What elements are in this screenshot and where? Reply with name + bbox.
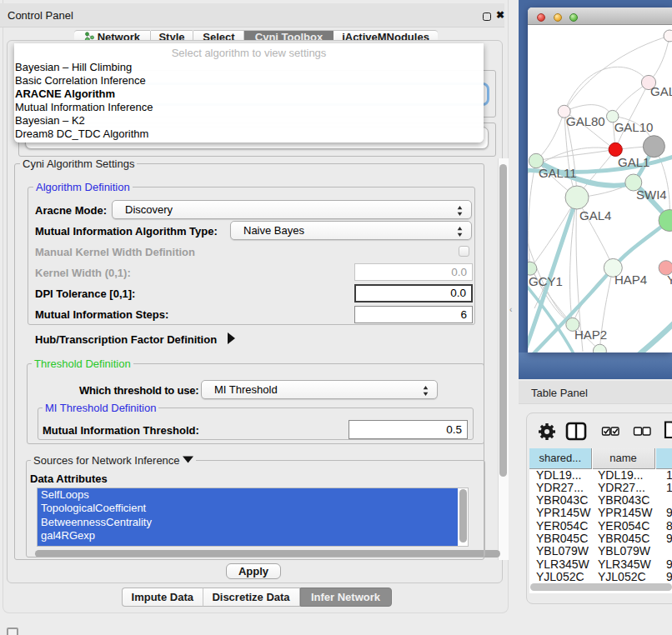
- svg-text:GAL2: GAL2: [650, 84, 672, 98]
- svg-text:GAL11: GAL11: [539, 166, 577, 180]
- svg-text:GAL10: GAL10: [614, 120, 654, 134]
- svg-text:GCY1: GCY1: [529, 274, 563, 288]
- svg-text:HAP4: HAP4: [614, 272, 647, 287]
- svg-text:HAP2: HAP2: [574, 328, 607, 342]
- svg-text:GAL4: GAL4: [579, 208, 611, 222]
- svg-text:Y: Y: [667, 272, 672, 287]
- svg-text:GAL1: GAL1: [618, 155, 649, 169]
- svg-text:SWI4: SWI4: [636, 188, 667, 202]
- svg-text:GAL80: GAL80: [566, 114, 605, 128]
